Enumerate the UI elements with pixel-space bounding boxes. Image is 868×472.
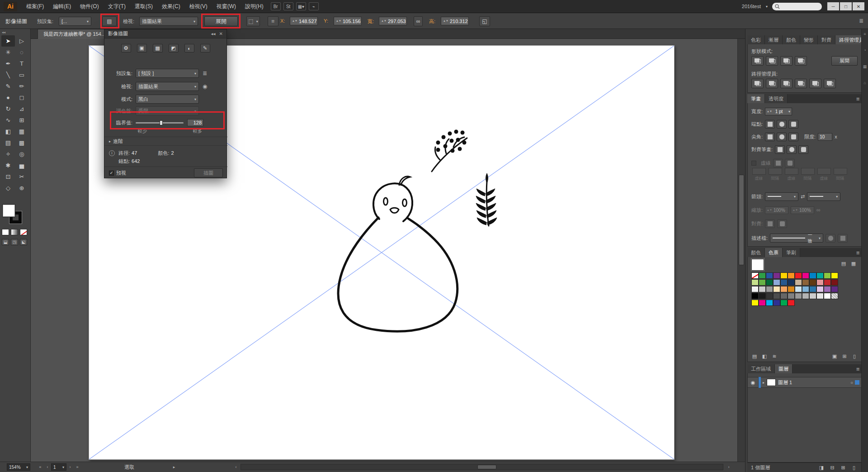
- align-dashes-button[interactable]: [785, 159, 795, 167]
- swatch-kinds-icon[interactable]: ◧: [760, 353, 769, 360]
- swatch[interactable]: [816, 293, 824, 299]
- visibility-eye-icon[interactable]: ◉: [748, 377, 759, 388]
- color-button[interactable]: [2, 229, 9, 235]
- screen-mode-icon[interactable]: ⬕: [20, 239, 27, 245]
- collapsed-panel-icon-1[interactable]: ≡: [863, 32, 866, 36]
- close-button[interactable]: ✕: [853, 2, 864, 10]
- rotate-tool[interactable]: ↻: [1, 103, 15, 114]
- options-menu-icon[interactable]: ≣: [859, 18, 863, 24]
- align-stroke-inside-button[interactable]: [787, 145, 797, 154]
- swatch[interactable]: [751, 286, 759, 292]
- selected-swatch-preview[interactable]: [751, 259, 764, 271]
- options-extra-icon[interactable]: ◱: [479, 16, 490, 26]
- high-color-trace-icon[interactable]: ▣: [137, 44, 147, 52]
- selection-tool[interactable]: ➤: [1, 35, 15, 47]
- swatch-options-icon[interactable]: ≋: [770, 353, 778, 360]
- draw-behind-icon[interactable]: ◳: [11, 239, 18, 245]
- swatch[interactable]: [766, 272, 773, 279]
- align-grid-icon[interactable]: ⌗: [268, 16, 278, 26]
- swatch[interactable]: [831, 272, 838, 279]
- scroll-left-button[interactable]: ‹: [232, 463, 240, 471]
- advanced-label[interactable]: 進階: [113, 138, 123, 145]
- close-icon[interactable]: ✕: [219, 31, 223, 36]
- menubar-item[interactable]: 視窗(W): [212, 0, 241, 13]
- arrowhead-end-dropdown[interactable]: ▾: [807, 192, 840, 201]
- hand-tool[interactable]: ◇: [1, 182, 15, 194]
- trace-mode-dropdown[interactable]: 黑白 ▾: [136, 95, 199, 104]
- stroke-weight-field[interactable]: ▲▼ 1 pt ▾: [765, 108, 792, 115]
- swatch[interactable]: [773, 272, 780, 279]
- scale-tool[interactable]: ⊿: [15, 103, 28, 114]
- threshold-slider[interactable]: [136, 122, 184, 124]
- type-tool[interactable]: T: [15, 58, 28, 69]
- round-cap-button[interactable]: [777, 120, 787, 129]
- preset-dropdown[interactable]: [... ▾: [59, 17, 91, 26]
- swatch[interactable]: [788, 293, 795, 299]
- menubar-item[interactable]: 檢視(V): [185, 0, 212, 13]
- swatch[interactable]: [824, 293, 831, 299]
- swatch[interactable]: [809, 272, 816, 279]
- dash-input[interactable]: [769, 168, 782, 175]
- advanced-disclosure-icon[interactable]: ▸: [109, 139, 111, 143]
- swatch[interactable]: [795, 279, 802, 286]
- swatch[interactable]: [788, 300, 795, 306]
- last-artboard-button[interactable]: »: [74, 463, 81, 471]
- projecting-cap-button[interactable]: [788, 120, 798, 129]
- blend-tool[interactable]: ◎: [15, 148, 28, 160]
- swatch[interactable]: [802, 272, 809, 279]
- slice-tool[interactable]: ✂: [15, 171, 28, 182]
- collapse-icon[interactable]: ◂◂: [211, 31, 216, 36]
- swatch[interactable]: [766, 286, 773, 292]
- ai-logo[interactable]: Ai: [4, 2, 17, 11]
- pathfinder-expand-button[interactable]: 展開: [831, 56, 858, 66]
- swatch[interactable]: [824, 272, 831, 279]
- collapsed-panel-icon-3[interactable]: ▦: [863, 64, 867, 69]
- collapsed-panel-icon-4[interactable]: ⌂: [863, 81, 866, 85]
- gradient-button[interactable]: [11, 229, 18, 235]
- spinner-icon[interactable]: ▲▼: [443, 20, 448, 22]
- previous-artboard-button[interactable]: ‹: [44, 463, 51, 471]
- column-graph-tool[interactable]: ▅: [15, 160, 28, 171]
- horizontal-scrollbar-thumb[interactable]: [477, 465, 496, 469]
- zoom-level-dropdown[interactable]: 154% ▾: [7, 463, 30, 471]
- preset-menu-icon[interactable]: ≣: [203, 70, 207, 76]
- swatch[interactable]: [788, 279, 795, 286]
- tab-變形[interactable]: 變形: [800, 35, 818, 44]
- make-clipping-mask-icon[interactable]: ◨: [817, 464, 826, 471]
- outline-trace-icon[interactable]: ✎: [200, 44, 210, 52]
- menubar-item[interactable]: 選取(S): [130, 0, 157, 13]
- crop-button[interactable]: [795, 79, 807, 88]
- dash-input[interactable]: [785, 168, 798, 175]
- app-bar-icon[interactable]: ⌁: [309, 2, 319, 10]
- tab-stroke[interactable]: 筆畫: [747, 94, 765, 103]
- tab-color[interactable]: 顏色: [747, 248, 765, 257]
- perspective-grid-tool[interactable]: ▦: [15, 126, 28, 137]
- swatch[interactable]: [759, 300, 766, 306]
- swatch[interactable]: [780, 286, 788, 292]
- divide-button[interactable]: [751, 79, 764, 88]
- tab-色彩[interactable]: 色彩: [747, 35, 765, 44]
- dash-input[interactable]: [817, 168, 831, 175]
- eye-icon[interactable]: ◉: [203, 83, 207, 90]
- tab-swatches[interactable]: 色票: [765, 248, 783, 257]
- minus-back-button[interactable]: [824, 79, 836, 88]
- rectangle-tool[interactable]: ▭: [15, 69, 28, 81]
- swatch[interactable]: [831, 286, 838, 292]
- document-tab[interactable]: 我是四方連續教學* @ 154...: [38, 29, 111, 39]
- artboard-number-field[interactable]: 1 ▾: [51, 463, 66, 471]
- dash-input[interactable]: [801, 168, 815, 175]
- new-swatch-icon[interactable]: ⊞: [840, 353, 849, 360]
- dash-input[interactable]: [752, 168, 766, 175]
- butt-cap-button[interactable]: [765, 120, 775, 129]
- swatch[interactable]: [809, 293, 816, 299]
- minus-front-button[interactable]: [766, 56, 778, 66]
- swatch[interactable]: [773, 293, 780, 299]
- menubar-item[interactable]: 編輯(E): [48, 0, 75, 13]
- scroll-right-button[interactable]: ›: [725, 463, 732, 471]
- swatch[interactable]: [816, 279, 824, 286]
- layer-thumbnail[interactable]: [767, 379, 776, 386]
- delete-swatch-icon[interactable]: ▯: [850, 353, 859, 360]
- eraser-tool[interactable]: ◻: [15, 92, 28, 103]
- x-field[interactable]: ▲▼ 148.527: [290, 17, 318, 25]
- menubar-item[interactable]: 說明(H): [241, 0, 268, 13]
